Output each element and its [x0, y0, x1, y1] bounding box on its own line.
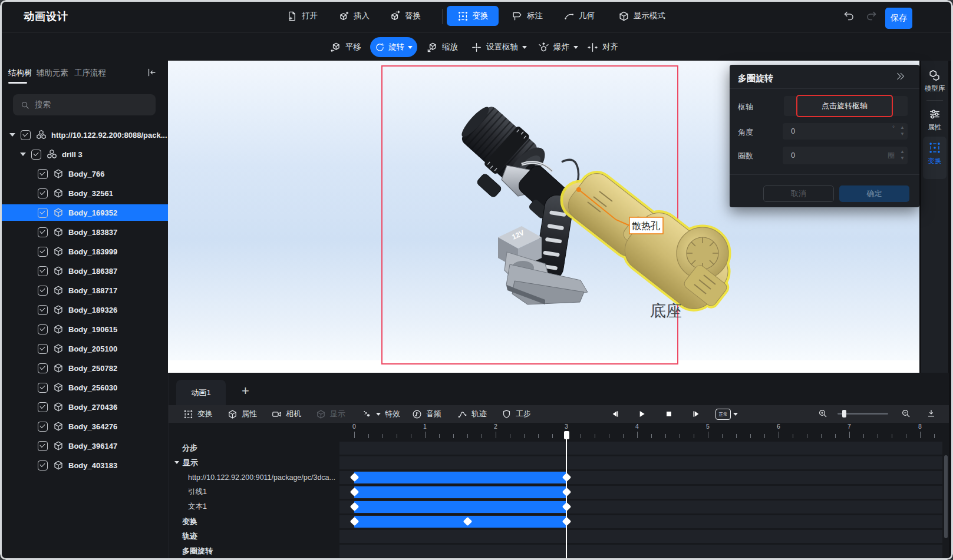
checkbox[interactable] [38, 344, 48, 354]
angle-spin-up[interactable]: ▲ [900, 125, 905, 130]
timeline-track-row: 显示 [169, 455, 949, 470]
checkbox[interactable] [38, 227, 48, 237]
display-mode-icon [618, 11, 629, 22]
rail-item-transform[interactable]: 变换 [921, 141, 948, 165]
track-name[interactable]: 引线1 [188, 485, 207, 499]
turns-spin-down[interactable]: ▼ [900, 156, 905, 160]
checkbox[interactable] [38, 441, 48, 451]
animation-clip-bar[interactable] [354, 516, 566, 528]
checkbox[interactable] [21, 130, 31, 140]
open-button[interactable]: 打开 [286, 6, 318, 26]
tree-item-label: Body_256030 [68, 383, 117, 392]
caret-down-icon[interactable] [9, 133, 15, 137]
checkbox[interactable] [38, 188, 48, 198]
multi-turn-rotate-panel: 多圈旋转 枢轴 点击旋转枢轴 角度 0 ° ▲ ▼ 圈数 0 圈 ▲ ▼ 取消 … [730, 65, 919, 207]
timeline-scrollbar[interactable] [944, 455, 948, 538]
checkbox[interactable] [38, 286, 48, 296]
set-pivot-label: 设置枢轴 [486, 42, 518, 52]
panel-title: 多圈旋转 [738, 73, 773, 84]
checkbox[interactable] [38, 363, 48, 373]
track-name-label: 多圈旋转 [182, 546, 213, 556]
track-name[interactable]: 文本1 [188, 499, 207, 514]
transform-grid-icon [928, 141, 941, 154]
track-name-label: 轨迹 [182, 531, 197, 542]
tree-item-root[interactable]: http://10.122.92.200:8088/pack... [0, 127, 177, 143]
replace-button[interactable]: 替换 [390, 6, 421, 26]
align-button[interactable]: 对齐 [587, 37, 618, 57]
track-name-label: 文本1 [188, 502, 207, 512]
caret-down-icon[interactable] [20, 153, 26, 156]
animation-clip-bar[interactable] [354, 501, 566, 513]
chevron-down-icon [408, 46, 413, 49]
tree-item-assembly[interactable]: drill 3 [0, 146, 188, 163]
playhead-line[interactable] [566, 432, 567, 560]
checkbox[interactable] [38, 460, 48, 470]
insert-button[interactable]: 插入 [338, 6, 370, 26]
track-name-label: 分步 [182, 443, 197, 453]
set-pivot-button[interactable]: 设置枢轴 [471, 37, 527, 57]
transform-toolbar: 平移 旋转 缩放 设置枢轴 爆炸 对齐 [0, 32, 953, 61]
checkbox[interactable] [38, 422, 48, 432]
animation-clip-bar[interactable] [354, 486, 566, 498]
track-name[interactable]: 显示 [174, 455, 198, 470]
turns-spin-up[interactable]: ▲ [900, 150, 905, 154]
timeline-track-row: http://10.122.92.200:9011/package/pc/3dc… [169, 470, 949, 485]
panel-divider [730, 88, 919, 89]
angle-spin-down[interactable]: ▼ [900, 132, 905, 136]
track-name[interactable]: http://10.122.92.200:9011/package/pc/3dc… [188, 470, 335, 485]
panel-divider [730, 174, 919, 175]
track-name[interactable]: 多圈旋转 [182, 544, 213, 558]
annotation-label: 标注 [527, 11, 543, 21]
animation-clip-bar[interactable] [354, 472, 566, 483]
timeline-track-row: 多圈旋转 [169, 544, 949, 558]
geometry-button[interactable]: 几何 [563, 6, 595, 26]
pan-button[interactable]: 平移 [330, 37, 361, 57]
rail-item-properties[interactable]: 属性 [921, 108, 948, 132]
scale-button[interactable]: 缩放 [427, 37, 458, 57]
properties-sliders-icon [928, 108, 941, 121]
display-mode-button[interactable]: 显示模式 [618, 6, 665, 26]
checkbox[interactable] [38, 402, 48, 412]
playhead-handle[interactable] [564, 431, 569, 439]
undo-button[interactable] [843, 10, 855, 22]
checkbox[interactable] [38, 383, 48, 393]
tree-item-label: Body_270436 [68, 403, 117, 412]
tree-item-label: Body_190615 [68, 325, 117, 334]
save-button[interactable]: 保存 [885, 8, 912, 29]
checkbox[interactable] [31, 150, 41, 160]
turns-label: 圈数 [738, 151, 753, 161]
pan-cube-icon [330, 42, 341, 53]
cancel-button[interactable]: 取消 [763, 185, 834, 202]
track-lane[interactable] [339, 530, 942, 543]
checkbox[interactable] [38, 266, 48, 276]
checkbox[interactable] [38, 305, 48, 315]
track-lane[interactable] [339, 442, 942, 455]
checkbox[interactable] [38, 169, 48, 179]
annotation-button[interactable]: 标注 [512, 6, 543, 26]
explode-button[interactable]: 爆炸 [538, 37, 578, 57]
collapse-panel-button[interactable] [895, 71, 906, 82]
track-name[interactable]: 轨迹 [182, 529, 197, 544]
transform-menu-button[interactable]: 变换 [447, 6, 499, 26]
pick-rotation-pivot-button[interactable]: 点击旋转枢轴 [796, 95, 893, 117]
track-lane[interactable] [339, 456, 942, 469]
transform-grid-icon [457, 11, 469, 22]
checkbox[interactable] [38, 247, 48, 257]
confirm-button[interactable]: 确定 [839, 185, 909, 202]
track-name[interactable]: 分步 [182, 440, 197, 455]
timeline-track-row: 变换 [169, 514, 949, 529]
rotate-button[interactable]: 旋转 [370, 37, 417, 57]
track-lane[interactable] [339, 545, 942, 558]
angle-input[interactable]: 0 ° ▲ ▼ [783, 123, 908, 140]
rail-label: 变换 [921, 157, 948, 165]
turns-value: 0 [791, 151, 795, 160]
rail-item-model-library[interactable]: 模型库 [921, 69, 948, 93]
turns-input[interactable]: 0 圈 ▲ ▼ [783, 147, 908, 164]
checkbox[interactable] [38, 208, 48, 218]
track-name[interactable]: 变换 [182, 514, 197, 529]
caption-text[interactable]: 底座 [650, 302, 682, 320]
caret-down-icon[interactable] [174, 461, 179, 464]
structure-tree: http://10.122.92.200:8088/pack...drill 3… [0, 61, 168, 560]
redo-button[interactable] [865, 10, 878, 22]
checkbox[interactable] [38, 324, 48, 334]
